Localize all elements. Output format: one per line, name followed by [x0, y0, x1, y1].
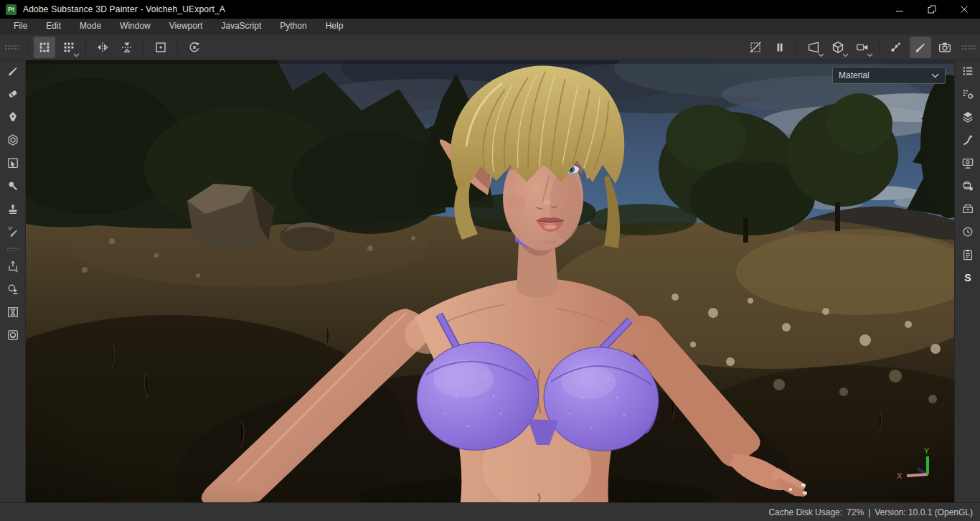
- substance-s-icon: S: [961, 271, 975, 285]
- cache-disk-usage-value: 72%: [847, 507, 864, 517]
- menu-edit[interactable]: Edit: [37, 19, 70, 34]
- viewport-3d-scene: X Y: [26, 60, 954, 502]
- toolbar-right-drag-handle[interactable]: [961, 44, 976, 50]
- close-button[interactable]: [948, 0, 980, 19]
- material-sphere-icon: [6, 328, 20, 342]
- mirror-horizontal-button[interactable]: [92, 37, 113, 58]
- shader-dropdown[interactable]: Material: [832, 67, 946, 84]
- menu-window[interactable]: Window: [110, 19, 160, 34]
- vignette: [26, 60, 954, 502]
- clipboard-log-icon: [961, 248, 975, 262]
- texture-set-settings-button[interactable]: [959, 86, 976, 102]
- export-button[interactable]: [4, 258, 22, 274]
- pause-engine-button[interactable]: [769, 37, 791, 58]
- window-controls: [883, 0, 980, 19]
- pause-icon: [772, 39, 788, 55]
- camera-view-button[interactable]: [852, 37, 873, 58]
- history-clock-icon: [961, 225, 975, 239]
- hide-selection-button[interactable]: [745, 37, 766, 58]
- chevron-down-icon: [867, 53, 873, 57]
- hexagon-fill-icon: [6, 133, 20, 147]
- cache-disk-usage-label: Cache Disk Usage:: [768, 507, 842, 517]
- assets-button[interactable]: [959, 201, 976, 217]
- shader-dropdown-value: Material: [839, 70, 870, 80]
- menubar: File Edit Mode Window Viewport JavaScrip…: [0, 19, 980, 34]
- stamp-tool-button[interactable]: [4, 201, 22, 217]
- chevron-down-icon: [931, 73, 939, 78]
- tiling-grid-button[interactable]: [58, 37, 80, 58]
- reset-rotation-icon: [187, 39, 202, 55]
- transform-gizmo-button[interactable]: [34, 37, 55, 58]
- clone-stamp-tool-button[interactable]: [4, 178, 22, 194]
- perspective-view-button[interactable]: [803, 37, 824, 58]
- menu-python[interactable]: Python: [270, 19, 316, 34]
- share-asset-button[interactable]: [4, 281, 22, 297]
- stamp-person-icon: [6, 202, 20, 216]
- monitor-gear-icon: [961, 156, 975, 170]
- rail-separator: [6, 247, 19, 251]
- reset-rotation-button[interactable]: [184, 37, 205, 58]
- hourglass-icon: [6, 305, 20, 319]
- paint-brush-icon: [913, 39, 928, 55]
- eraser-tool-button[interactable]: [4, 86, 22, 102]
- paint-tool-button[interactable]: [4, 63, 22, 79]
- mirror-vertical-icon: [119, 39, 135, 55]
- menu-file[interactable]: File: [4, 19, 37, 34]
- menu-viewport[interactable]: Viewport: [160, 19, 212, 34]
- paint-mode-button[interactable]: [910, 37, 931, 58]
- menu-javascript[interactable]: JavaScript: [212, 19, 270, 34]
- share-asset-icon: [6, 282, 20, 296]
- right-dock-rail: S: [954, 60, 980, 502]
- properties-button[interactable]: [959, 132, 976, 148]
- smudge-icon: [6, 156, 20, 170]
- substance-3d-button[interactable]: S: [959, 270, 976, 286]
- display-settings-button[interactable]: [959, 155, 976, 171]
- smudge-tool-button[interactable]: [4, 155, 22, 171]
- log-button[interactable]: [959, 247, 976, 263]
- particles-tool-button[interactable]: [4, 224, 22, 240]
- pen-nib-icon: [6, 110, 20, 124]
- window-title: Adobe Substance 3D Painter - Voicheh_UEx…: [23, 4, 225, 14]
- statusbar: Cache Disk Usage: 72% | Version: 10.0.1 …: [0, 502, 980, 521]
- menu-help[interactable]: Help: [316, 19, 353, 34]
- particles-preview-button[interactable]: [885, 37, 907, 58]
- pending-hourglass-button[interactable]: [4, 304, 22, 320]
- paint-brush-icon: [6, 64, 20, 78]
- mirror-horizontal-icon: [95, 39, 110, 55]
- layers-button[interactable]: [959, 109, 976, 125]
- titlebar: Pt Adobe Substance 3D Painter - Voicheh_…: [0, 0, 980, 19]
- toolbar-drag-handle[interactable]: [4, 44, 19, 50]
- texture-set-list-button[interactable]: [959, 63, 976, 79]
- viewer-settings-button[interactable]: [959, 178, 976, 194]
- chevron-down-icon: [73, 53, 80, 57]
- eraser-icon: [6, 87, 20, 101]
- frame-center-button[interactable]: [150, 37, 171, 58]
- frame-center-icon: [153, 39, 169, 55]
- restore-button[interactable]: [915, 0, 948, 19]
- status-divider: |: [868, 507, 870, 517]
- minimize-button[interactable]: [883, 0, 915, 19]
- globe-gear-icon: [961, 179, 975, 193]
- particles-brush-icon: [6, 225, 20, 239]
- svg-text:S: S: [964, 272, 971, 283]
- texture-set-settings-icon: [961, 87, 975, 101]
- polygon-fill-tool-button[interactable]: [4, 132, 22, 148]
- left-tool-rail: [0, 60, 26, 502]
- solo-3d-view-button[interactable]: [827, 37, 849, 58]
- transform-gizmo-icon: [37, 39, 52, 55]
- layers-icon: [961, 110, 975, 124]
- history-button[interactable]: [959, 224, 976, 240]
- mirror-vertical-button[interactable]: [116, 37, 138, 58]
- shelf-drawer-icon: [961, 202, 975, 216]
- projection-tool-button[interactable]: [4, 109, 22, 125]
- chevron-down-icon: [818, 53, 824, 57]
- viewport-3d[interactable]: X Y Material: [26, 60, 954, 502]
- photo-camera-icon: [937, 39, 953, 55]
- material-sphere-button[interactable]: [4, 327, 22, 343]
- particles-icon: [888, 39, 904, 55]
- screenshot-button[interactable]: [934, 37, 956, 58]
- clone-pin-icon: [6, 179, 20, 193]
- version-label: Version: 10.0.1 (OpenGL): [875, 507, 973, 517]
- menu-mode[interactable]: Mode: [70, 19, 110, 34]
- main-toolbar: [0, 34, 980, 60]
